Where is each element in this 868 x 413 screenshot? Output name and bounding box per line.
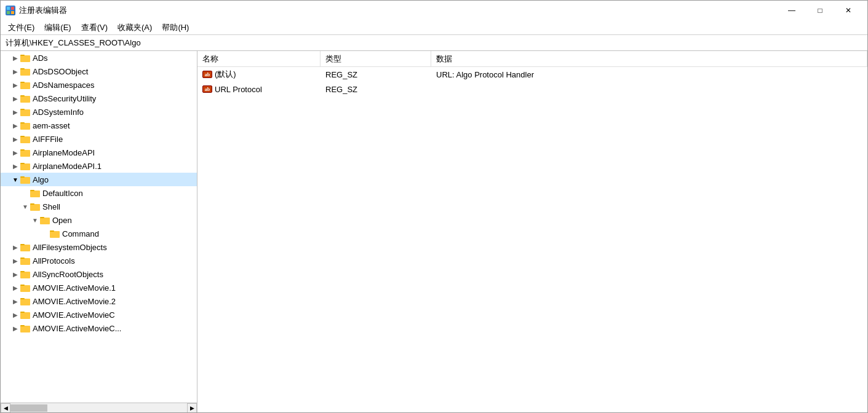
menu-view[interactable]: 查看(V) xyxy=(76,21,113,34)
expand-icon-AMOVIEActiveMovieCx[interactable]: ▶ xyxy=(10,323,20,333)
svg-rect-6 xyxy=(20,55,25,56)
menu-edit[interactable]: 编辑(E) xyxy=(39,21,76,34)
tree-item-Shell[interactable]: ▼ Shell xyxy=(1,200,197,213)
values-header: 名称 类型 数据 xyxy=(197,51,867,67)
expand-icon-AMOVIEActiveMovieC[interactable]: ▶ xyxy=(10,310,20,320)
expand-icon-ADs[interactable]: ▶ xyxy=(10,53,20,63)
tree-item-Open[interactable]: ▼ Open xyxy=(1,213,197,227)
folder-icon-AllProtocols xyxy=(20,256,30,265)
col-header-data: 数据 xyxy=(431,51,867,66)
col-header-type: 类型 xyxy=(321,51,431,66)
expand-icon-ADsDSOObject[interactable]: ▶ xyxy=(10,66,20,76)
expand-icon-AllProtocols[interactable]: ▶ xyxy=(10,256,20,266)
expand-icon-AllSyncRootObjects[interactable]: ▶ xyxy=(10,269,20,279)
expand-icon-Open[interactable]: ▼ xyxy=(30,215,40,225)
value-icon-urlprotocol: ab xyxy=(202,85,212,93)
expand-icon-Shell[interactable]: ▼ xyxy=(20,202,30,211)
svg-rect-42 xyxy=(20,298,25,299)
tree-item-AIFFFile[interactable]: ▶ AIFFFile xyxy=(1,132,197,146)
tree-panel: ▶ ADs ▶ ADsDSOObject xyxy=(1,51,197,412)
tree-label-ADs: ADs xyxy=(33,53,48,63)
svg-rect-16 xyxy=(20,122,25,124)
tree-item-ADSystemInfo[interactable]: ▶ ADSystemInfo xyxy=(1,105,197,119)
expand-icon-ADsNamespaces[interactable]: ▶ xyxy=(10,80,20,90)
tree-label-AirplaneModeAPI: AirplaneModeAPI xyxy=(33,148,95,157)
tree-item-AMOVIEActiveMovieCx[interactable]: ▶ AMOVIE.ActiveMovieC... xyxy=(1,321,197,335)
address-path: 计算机\HKEY_CLASSES_ROOT\Algo xyxy=(6,37,141,49)
svg-rect-0 xyxy=(7,7,10,10)
svg-rect-3 xyxy=(11,11,14,14)
tree-item-aem-asset[interactable]: ▶ aem-asset xyxy=(1,119,197,132)
hscroll-left-btn[interactable]: ◀ xyxy=(1,403,10,413)
svg-rect-38 xyxy=(20,271,25,272)
expand-icon-AMOVIEActiveMovie2[interactable]: ▶ xyxy=(10,296,20,306)
tree-label-AMOVIEActiveMovieCx: AMOVIE.ActiveMovieC... xyxy=(33,324,121,333)
tree-item-DefaultIcon[interactable]: ▶ DefaultIcon xyxy=(1,186,197,200)
tree-item-Command[interactable]: ▶ Command xyxy=(1,227,197,240)
hscroll-thumb[interactable] xyxy=(10,404,47,412)
expand-icon-ADSystemInfo[interactable]: ▶ xyxy=(10,107,20,117)
tree-label-ADsDSOObject: ADsDSOObject xyxy=(33,67,88,76)
tree-scroll[interactable]: ▶ ADs ▶ ADsDSOObject xyxy=(1,51,197,403)
expand-icon-AllFilesystemObjects[interactable]: ▶ xyxy=(10,242,20,252)
app-icon xyxy=(6,6,15,15)
tree-item-AllProtocols[interactable]: ▶ AllProtocols xyxy=(1,254,197,267)
tree-item-ADsSecurityUtility[interactable]: ▶ ADsSecurityUtility xyxy=(1,92,197,105)
tree-item-AllSyncRootObjects[interactable]: ▶ AllSyncRootObjects xyxy=(1,267,197,281)
close-button[interactable]: ✕ xyxy=(834,1,862,20)
tree-item-ADsNamespaces[interactable]: ▶ ADsNamespaces xyxy=(1,78,197,92)
svg-rect-11 xyxy=(20,96,30,103)
expand-icon-aem-asset[interactable]: ▶ xyxy=(10,120,20,130)
value-row-urlprotocol[interactable]: ab URL Protocol REG_SZ xyxy=(197,82,867,96)
maximize-button[interactable]: □ xyxy=(806,1,834,20)
expand-icon-AirplaneModeAPI1[interactable]: ▶ xyxy=(10,161,20,171)
tree-item-AllFilesystemObjects[interactable]: ▶ AllFilesystemObjects xyxy=(1,240,197,254)
tree-label-Shell: Shell xyxy=(42,202,60,211)
expand-icon-Algo[interactable]: ▼ xyxy=(10,175,20,184)
menu-favorites[interactable]: 收藏夹(A) xyxy=(113,21,157,34)
tree-item-ADsDSOObject[interactable]: ▶ ADsDSOObject xyxy=(1,65,197,78)
svg-rect-46 xyxy=(20,325,25,326)
expand-icon-AIFFFile[interactable]: ▶ xyxy=(10,134,20,144)
folder-icon-AMOVIEActiveMovieCx xyxy=(20,324,30,332)
value-data-urlprotocol xyxy=(431,82,867,96)
expand-icon-AMOVIEActiveMovie1[interactable]: ▶ xyxy=(10,283,20,293)
tree-label-DefaultIcon: DefaultIcon xyxy=(42,189,83,198)
svg-rect-44 xyxy=(20,312,25,313)
menu-help[interactable]: 帮助(H) xyxy=(157,21,194,34)
tree-label-AMOVIEActiveMovie1: AMOVIE.ActiveMovie.1 xyxy=(33,283,116,293)
svg-rect-20 xyxy=(20,149,25,151)
svg-rect-39 xyxy=(20,285,30,292)
main-content: ▶ ADs ▶ ADsDSOObject xyxy=(1,51,867,412)
svg-rect-19 xyxy=(20,150,30,157)
menu-file[interactable]: 文件(E) xyxy=(3,21,39,34)
expand-icon-ADsSecurityUtility[interactable]: ▶ xyxy=(10,93,20,103)
expand-icon-AirplaneModeAPI[interactable]: ▶ xyxy=(10,148,20,157)
value-icon-default: ab xyxy=(202,71,212,78)
tree-item-AMOVIEActiveMovieC[interactable]: ▶ AMOVIE.ActiveMovieC xyxy=(1,308,197,321)
folder-icon-Open xyxy=(40,216,50,224)
value-row-default[interactable]: ab (默认) REG_SZ URL: Algo Protocol Handle… xyxy=(197,67,867,82)
folder-icon-AllSyncRootObjects xyxy=(20,270,30,278)
tree-item-ADs[interactable]: ▶ ADs xyxy=(1,51,197,65)
tree-item-AirplaneModeAPI1[interactable]: ▶ AirplaneModeAPI.1 xyxy=(1,159,197,173)
svg-rect-10 xyxy=(20,82,25,83)
tree-item-AirplaneModeAPI[interactable]: ▶ AirplaneModeAPI xyxy=(1,146,197,159)
svg-rect-29 xyxy=(40,218,50,224)
registry-editor-window: 注册表编辑器 — □ ✕ 文件(E) 编辑(E) 查看(V) 收藏夹(A) 帮助… xyxy=(0,0,868,413)
hscroll-right-btn[interactable]: ▶ xyxy=(187,403,197,413)
tree-hscrollbar[interactable]: ◀ ▶ xyxy=(1,403,197,412)
minimize-button[interactable]: — xyxy=(778,1,806,20)
svg-rect-26 xyxy=(30,190,34,191)
tree-item-AMOVIEActiveMovie1[interactable]: ▶ AMOVIE.ActiveMovie.1 xyxy=(1,281,197,294)
values-list[interactable]: ab (默认) REG_SZ URL: Algo Protocol Handle… xyxy=(197,67,867,412)
svg-rect-14 xyxy=(20,109,25,110)
tree-item-Algo[interactable]: ▼ Algo xyxy=(1,173,197,186)
svg-rect-40 xyxy=(20,285,25,286)
svg-rect-22 xyxy=(20,163,25,164)
tree-label-AirplaneModeAPI1: AirplaneModeAPI.1 xyxy=(33,162,102,171)
tree-label-AllSyncRootObjects: AllSyncRootObjects xyxy=(33,270,103,279)
tree-item-AMOVIEActiveMovie2[interactable]: ▶ AMOVIE.ActiveMovie.2 xyxy=(1,294,197,308)
tree-label-AllFilesystemObjects: AllFilesystemObjects xyxy=(33,243,107,252)
hscroll-track[interactable] xyxy=(10,403,187,412)
